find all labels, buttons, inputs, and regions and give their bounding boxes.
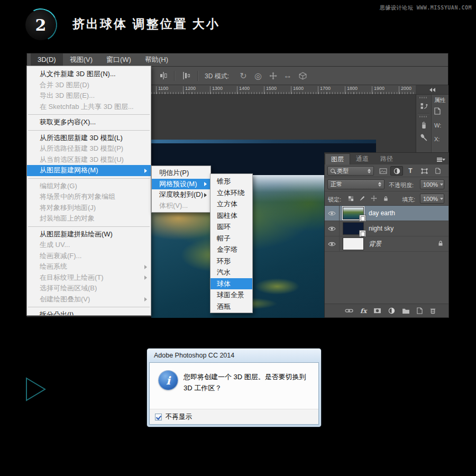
visibility-toggle[interactable] bbox=[325, 206, 340, 221]
filter-pixel-layers-icon[interactable] bbox=[377, 166, 389, 176]
menu-item-pyramid[interactable]: 金字塔 bbox=[210, 244, 252, 255]
tab-layers[interactable]: 图层 bbox=[325, 153, 350, 164]
opacity-value-dropdown[interactable]: 100% bbox=[420, 179, 444, 189]
menu-item-sphere[interactable]: 球体 bbox=[210, 278, 252, 290]
layer-row-day-earth[interactable]: day earth bbox=[325, 206, 448, 221]
fill-value-dropdown[interactable]: 100% bbox=[420, 194, 444, 204]
menu-item-hat[interactable]: 帽子 bbox=[210, 233, 252, 244]
menubar-item-window[interactable]: 窗口(W) bbox=[99, 53, 138, 66]
layer-style-icon[interactable]: fx bbox=[360, 307, 367, 315]
visibility-toggle[interactable] bbox=[325, 221, 340, 236]
new-group-icon[interactable] bbox=[402, 308, 410, 314]
menu-item-new-mesh-from-layer[interactable]: 从图层新建网格(M) bbox=[27, 165, 151, 176]
menu-item-postcard[interactable]: 明信片(P) bbox=[152, 168, 210, 179]
menu-item-wine-bottle[interactable]: 酒瓶 bbox=[210, 301, 252, 313]
adjustment-layer-icon[interactable] bbox=[388, 307, 395, 314]
menu-item-mesh-presets[interactable]: 网格预设(M) bbox=[152, 179, 210, 190]
3d-pan-icon[interactable] bbox=[266, 70, 280, 81]
menu-item-soda[interactable]: 汽水 bbox=[210, 267, 252, 278]
menu-item-spherical-panorama[interactable]: 球面全景 bbox=[210, 289, 252, 301]
menu-item-cone[interactable]: 锥形 bbox=[210, 176, 252, 187]
coordinates-panel-icon[interactable] bbox=[418, 99, 429, 112]
menu-item-paint-system[interactable]: 绘画系统 bbox=[27, 261, 151, 272]
layer-thumbnail[interactable] bbox=[343, 207, 364, 219]
menubar-item-view[interactable]: 视图(V) bbox=[63, 53, 99, 66]
3d-slide-icon[interactable]: ↔ bbox=[281, 70, 295, 81]
menu-item-new-tiled-painting[interactable]: 从图层新建拼贴绘画(W) bbox=[27, 229, 151, 240]
menu-item-export-3d-layer[interactable]: 导出 3D 图层(E)... bbox=[27, 90, 151, 102]
collapse-panels-button[interactable] bbox=[416, 85, 448, 95]
3d-orbit-icon[interactable]: ↻ bbox=[236, 70, 250, 81]
layer-thumbnail[interactable] bbox=[343, 237, 364, 250]
filter-shape-layers-icon[interactable] bbox=[418, 166, 431, 176]
add-mask-icon[interactable] bbox=[373, 308, 381, 314]
blend-mode-value: 正常 bbox=[331, 180, 342, 188]
align-left-3d-icon[interactable] bbox=[157, 70, 170, 81]
tab-properties[interactable]: 属性 bbox=[434, 96, 448, 104]
menu-item-wrap-objects-on-ground[interactable]: 封装地面上的对象 bbox=[27, 213, 151, 224]
layer-name[interactable]: day earth bbox=[369, 209, 395, 217]
filter-type-layers-icon[interactable]: T bbox=[404, 166, 417, 176]
dropdown-arrow-icon bbox=[440, 184, 443, 186]
menubar-item-help[interactable]: 帮助(H) bbox=[138, 53, 175, 66]
lock-transparency-icon[interactable] bbox=[346, 194, 355, 203]
lock-all-icon[interactable] bbox=[381, 194, 390, 203]
menu-item-ring[interactable]: 环形 bbox=[210, 255, 252, 267]
menu-item-move-object-to-ground[interactable]: 将对象移到地面(J) bbox=[27, 203, 151, 214]
brushes-panel-icon[interactable] bbox=[418, 118, 429, 131]
dont-show-again-checkbox[interactable] bbox=[155, 414, 162, 420]
menu-item-cube[interactable]: 立方体 bbox=[210, 198, 252, 210]
drag-grip[interactable] bbox=[419, 97, 428, 98]
filter-smart-object-icon[interactable] bbox=[432, 166, 444, 176]
menu-item-get-more-content[interactable]: 获取更多内容(X)... bbox=[27, 117, 151, 128]
tab-channels[interactable]: 通道 bbox=[350, 153, 374, 164]
menu-item-new-3d-layer-from-file[interactable]: 从文件新建 3D 图层(N)... bbox=[27, 69, 151, 80]
dont-show-again-label: 不再显示 bbox=[166, 413, 192, 422]
3d-scale-icon[interactable] bbox=[296, 70, 309, 81]
menu-item-share-on-sketchfab[interactable]: 在 Sketchfab 上共享 3D 图层... bbox=[27, 102, 151, 113]
filter-adjustment-layers-icon[interactable] bbox=[390, 166, 403, 176]
menu-item-new-3d-from-current-selection[interactable]: 从当前选区新建 3D 模型(U) bbox=[27, 154, 151, 166]
lock-position-icon[interactable] bbox=[369, 194, 379, 203]
new-layer-icon[interactable] bbox=[417, 307, 423, 314]
menu-item-split-extrusion[interactable]: 拆分凸出(I) bbox=[27, 309, 151, 316]
menubar-item-3d[interactable]: 3D(D) bbox=[31, 53, 63, 66]
layer-row-background[interactable]: 背景 bbox=[325, 236, 448, 252]
mesh-submenu: 明信片(P) 网格预设(M) 深度映射到(D) 体积(V)... bbox=[151, 166, 211, 213]
properties-panel: 属性 W: X: bbox=[432, 95, 448, 152]
updown-arrows-icon bbox=[378, 182, 381, 187]
drag-grip[interactable] bbox=[419, 116, 428, 117]
lock-paint-icon[interactable] bbox=[358, 194, 367, 203]
menu-item-donut[interactable]: 圆环 bbox=[210, 221, 252, 233]
menu-item-depth-map-to[interactable]: 深度映射到(D) bbox=[152, 189, 210, 200]
delete-layer-icon[interactable] bbox=[429, 307, 436, 314]
menu-item-volume[interactable]: 体积(V)... bbox=[152, 200, 210, 212]
tool-presets-panel-icon[interactable] bbox=[418, 131, 429, 144]
menu-item-cylinder[interactable]: 圆柱体 bbox=[210, 210, 252, 222]
panel-menu-icon[interactable] bbox=[437, 157, 445, 162]
menu-item-paint-falloff[interactable]: 绘画衰减(F)... bbox=[27, 251, 151, 262]
divider bbox=[418, 113, 429, 114]
blend-mode-dropdown[interactable]: 正常 bbox=[327, 179, 385, 189]
menu-item-merge-3d-layers[interactable]: 合并 3D 图层(D) bbox=[27, 80, 151, 91]
layer-name[interactable]: 背景 bbox=[369, 240, 381, 249]
visibility-toggle[interactable] bbox=[325, 236, 340, 251]
tab-paths[interactable]: 路径 bbox=[374, 153, 399, 164]
menu-item-generate-uvs[interactable]: 生成 UV... bbox=[27, 240, 151, 251]
distribute-3d-icon[interactable] bbox=[179, 70, 193, 81]
menu-item-group-all-objects-in-scene[interactable]: 将场景中的所有对象编组 bbox=[27, 191, 151, 203]
filter-type-dropdown[interactable]: 类型 bbox=[327, 166, 374, 176]
menu-item-cube-wrap[interactable]: 立体环绕 bbox=[210, 187, 252, 199]
3d-mode-label: 3D 模式: bbox=[205, 72, 229, 81]
menu-item-paint-on-target-texture[interactable]: 在目标纹理上绘画(T) bbox=[27, 272, 151, 283]
menu-item-group-objects[interactable]: 编组对象(G) bbox=[27, 181, 151, 192]
menu-item-create-painting-overlay[interactable]: 创建绘图叠加(V) bbox=[27, 294, 151, 305]
layer-thumbnail[interactable] bbox=[343, 222, 364, 235]
3d-roll-icon[interactable]: ◎ bbox=[251, 70, 265, 81]
menu-item-select-paintable-areas[interactable]: 选择可绘画区域(B) bbox=[27, 283, 151, 294]
menu-item-new-3d-from-selected-path[interactable]: 从所选路径新建 3D 模型(P) bbox=[27, 143, 151, 154]
menu-item-new-3d-from-selected-layer[interactable]: 从所选图层新建 3D 模型(L) bbox=[27, 133, 151, 144]
layer-row-night-sky[interactable]: night sky bbox=[325, 221, 448, 236]
layer-name[interactable]: night sky bbox=[369, 225, 393, 232]
link-layers-icon[interactable] bbox=[345, 308, 353, 313]
